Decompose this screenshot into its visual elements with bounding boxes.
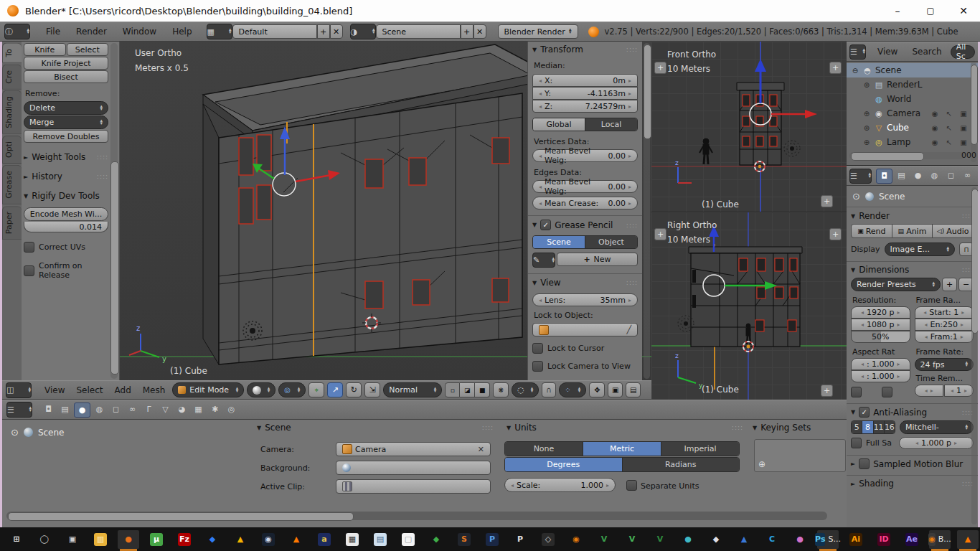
opengl-render-button[interactable]: ▣ — [608, 382, 623, 397]
merge-menu[interactable]: Merge▴▾ — [24, 116, 108, 129]
properties-tab-world[interactable]: ◍ — [92, 402, 107, 416]
camera-field[interactable]: Camera ✕ — [336, 442, 491, 456]
menu-help[interactable]: Help — [168, 22, 196, 41]
mean-bevel-edges-field[interactable]: ◂Mean Bevel Weig:0.00▸ — [532, 180, 638, 193]
outliner-scrollbar-v[interactable] — [971, 62, 976, 162]
remove-doubles-button[interactable]: Remove Doubles — [24, 130, 108, 143]
grease-scene-button[interactable]: Scene — [533, 236, 585, 248]
expander-icon[interactable]: ⊕ — [862, 124, 871, 132]
editor-type-3dview[interactable]: ◫▴▾ — [6, 382, 32, 398]
editor-type-bottom-props[interactable]: ☰▴▾ — [6, 402, 32, 418]
resolution-x-field[interactable]: ◂1920 p▸ — [851, 306, 910, 319]
editor-type-menu[interactable]: ⓘ▴▾ — [4, 24, 30, 39]
scale-manipulator-button[interactable]: ⇲ — [364, 382, 380, 397]
selectability-cursor-icon[interactable]: ↖ — [943, 138, 955, 146]
properties-tab-render-layers[interactable]: ▤ — [894, 169, 909, 182]
knife-project-button[interactable]: Knife Project — [24, 57, 108, 70]
c-app-icon[interactable]: C — [761, 530, 783, 549]
outliner-item-world[interactable]: ◍World — [847, 92, 978, 106]
dropbox-icon[interactable]: ◆ — [202, 530, 223, 549]
median-y-field[interactable]: ◂Y:-4.1163m▸ — [532, 87, 638, 100]
grease-pencil-panel-header[interactable]: ▼Grease Pencil:::: — [532, 220, 638, 230]
render-restrict-camera-icon[interactable]: ▣ — [958, 138, 969, 146]
grease-source-toggle[interactable]: Scene Object — [532, 235, 638, 249]
v-app-icon-3[interactable]: V — [649, 530, 671, 549]
task-view-icon[interactable]: ▣ — [62, 530, 83, 549]
outliner-view-menu[interactable]: View — [873, 42, 902, 61]
knife-button[interactable]: Knife — [24, 43, 66, 56]
render-panel-header[interactable]: ▼Render:::: — [851, 211, 974, 221]
outliner-item-camera[interactable]: ⊕◉Camera◉↖▣ — [847, 106, 978, 121]
dimensions-panel-header[interactable]: ▼Dimensions:::: — [851, 265, 974, 275]
add-preset-button[interactable]: + — [942, 278, 957, 291]
triangle-app-icon[interactable]: ▲ — [733, 530, 755, 549]
delete-layout-button[interactable]: ✕ — [330, 24, 343, 39]
expander-icon[interactable]: ⊕ — [862, 138, 871, 146]
render-audio-button[interactable]: ◁)Audio — [933, 224, 974, 238]
aspect-y-field[interactable]: ◂: 1.000▸ — [851, 370, 910, 382]
cortana-icon[interactable]: ◯ — [34, 530, 55, 549]
grease-object-button[interactable]: Object — [585, 236, 637, 248]
delete-menu[interactable]: Delete▴▾ — [24, 101, 108, 115]
mode-select[interactable]: Edit Mode▴▾ — [172, 382, 244, 397]
properties-tab-particles[interactable]: ✱ — [207, 402, 222, 416]
expander-icon[interactable]: ⊕ — [862, 110, 871, 118]
crop-checkbox[interactable] — [882, 387, 892, 397]
units-none-button[interactable]: None — [505, 442, 583, 456]
mean-crease-field[interactable]: ◂Mean Crease:0.00▸ — [532, 197, 638, 209]
minimize-button[interactable]: – — [881, 0, 914, 22]
scene-selector-name[interactable]: Scene — [376, 24, 461, 39]
menu-view3d-select[interactable]: Select — [72, 381, 107, 399]
keying-sets-panel-header[interactable]: ▼Keying Sets — [753, 423, 842, 433]
right-view-plus-bottom[interactable]: + — [821, 385, 833, 397]
pivot-select[interactable]: ◎ ▴▾ — [278, 382, 306, 397]
add-keying-set-icon[interactable]: ⊕ — [758, 459, 765, 469]
blender-window-icon[interactable]: ◉B... — [929, 530, 951, 549]
view-panel-header[interactable]: ▼View:::: — [532, 278, 638, 288]
aa-size-field[interactable]: ◂1.000 p▸ — [899, 437, 974, 449]
properties-tab-object-data[interactable]: ▽ — [158, 402, 173, 416]
frame-step-field[interactable]: ◂Fram:1▸ — [915, 331, 974, 343]
green-app-icon[interactable]: ◆ — [425, 530, 447, 549]
lock-to-cursor-checkbox[interactable] — [532, 343, 543, 354]
visibility-eye-icon[interactable]: ◉ — [929, 124, 941, 132]
median-x-field[interactable]: ◂X:0m▸ — [532, 74, 638, 87]
firefox-icon[interactable]: ● — [118, 530, 139, 549]
shading-panel-header[interactable]: ►Shading:::: — [851, 479, 974, 489]
tool-shelf-tab-opti[interactable]: Opti — [2, 136, 22, 164]
keying-sets-list[interactable]: ⊕ — [754, 439, 846, 472]
units-imperial-button[interactable]: Imperial — [661, 442, 739, 456]
units-degrees-button[interactable]: Degrees — [505, 458, 623, 471]
selectability-cursor-icon[interactable]: ↖ — [943, 110, 955, 118]
grease-pencil-checkbox[interactable] — [540, 220, 551, 230]
n-panel-scrollbar[interactable] — [644, 43, 650, 379]
indesign-icon[interactable]: ID — [873, 530, 895, 549]
render-still-button[interactable]: ▣Rend — [851, 224, 892, 238]
properties-tab-world[interactable]: ◍ — [927, 169, 942, 182]
resolution-pct-slider[interactable]: 50% — [851, 331, 910, 343]
selectability-cursor-icon[interactable]: ↖ — [943, 124, 955, 132]
menu-render[interactable]: Render — [72, 22, 111, 41]
weight-tools-panel-header[interactable]: ►Weight Tools:::: — [24, 152, 108, 162]
proportional-edit-select[interactable]: ◌▴▾ — [512, 382, 539, 397]
sphere-app-icon[interactable]: ● — [677, 530, 699, 549]
properties-tab-render-layers[interactable]: ▤ — [57, 402, 72, 416]
grease-pencil-icon[interactable]: ✎▴▾ — [532, 253, 555, 268]
add-scene-button[interactable]: + — [461, 24, 473, 39]
outliner-item-cube[interactable]: ⊕▽Cube◉↖▣ — [847, 121, 978, 135]
median-z-field[interactable]: ◂Z:7.24579m▸ — [532, 100, 638, 113]
editor-type-properties[interactable]: ☰▴▾ — [849, 169, 872, 184]
photoshop-icon[interactable]: PsS... — [817, 530, 839, 549]
background-field[interactable] — [336, 461, 491, 475]
antialiasing-panel-header[interactable]: ▼Anti-Aliasing:::: — [851, 407, 974, 418]
filezilla-icon[interactable]: Fz — [174, 530, 195, 549]
unity-icon[interactable]: ◇ — [537, 530, 559, 549]
confirm-release-checkbox[interactable] — [24, 265, 34, 276]
front-view-plus-left[interactable]: + — [654, 62, 666, 74]
right-view-plus-right[interactable]: + — [829, 228, 842, 240]
v-app-icon-1[interactable]: V — [593, 530, 615, 549]
start-button[interactable]: ⊞ — [6, 530, 27, 549]
outliner-scrollbar-h[interactable] — [849, 152, 964, 159]
scene-panel-header[interactable]: ▼Scene:::: — [257, 423, 494, 433]
pin-icon[interactable]: ⊙ — [11, 427, 19, 438]
